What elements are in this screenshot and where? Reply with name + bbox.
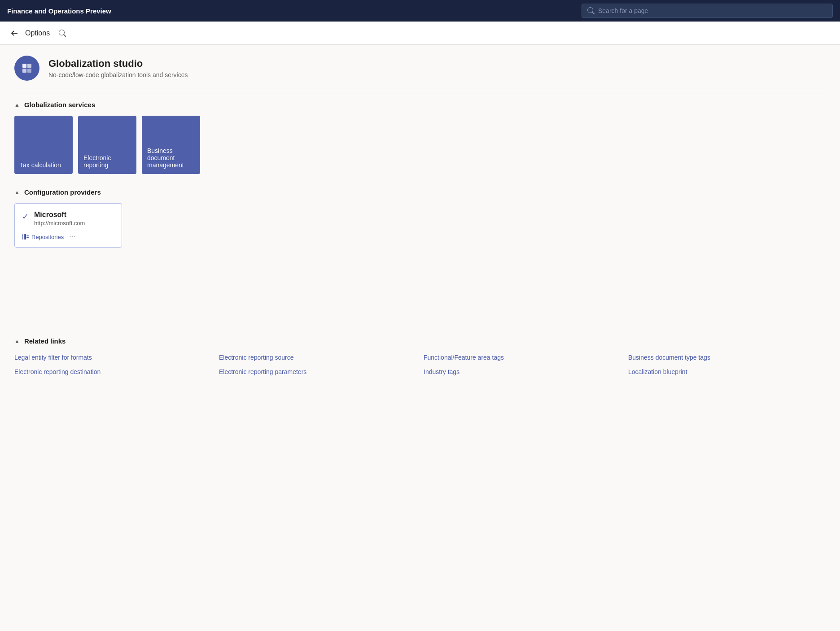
svg-rect-7 bbox=[26, 235, 29, 236]
options-search-icon[interactable] bbox=[59, 30, 66, 37]
repositories-link[interactable]: Repositories bbox=[22, 233, 64, 240]
svg-rect-3 bbox=[27, 69, 31, 73]
business-document-management-tile[interactable]: Business document management bbox=[142, 116, 200, 174]
provider-info: Microsoft http://microsoft.com bbox=[34, 211, 85, 226]
options-label: Options bbox=[25, 29, 50, 37]
repositories-icon bbox=[22, 233, 29, 240]
provider-name: Microsoft bbox=[34, 211, 85, 219]
page-title: Globalization studio bbox=[48, 58, 188, 70]
service-tiles-row: Tax calculation Electronic reporting Bus… bbox=[14, 116, 826, 174]
globalization-services-section: ▲ Globalization services Tax calculation… bbox=[14, 101, 826, 174]
related-link-legal-entity[interactable]: Legal entity filter for formats bbox=[14, 352, 212, 363]
svg-rect-5 bbox=[24, 234, 25, 239]
back-arrow-icon bbox=[11, 30, 18, 37]
page-title-block: Globalization studio No-code/low-code gl… bbox=[48, 58, 188, 78]
chevron-up-icon: ▲ bbox=[14, 102, 20, 108]
back-button[interactable] bbox=[9, 28, 20, 39]
svg-rect-2 bbox=[22, 69, 26, 73]
related-links-grid: Legal entity filter for formats Electron… bbox=[14, 352, 826, 377]
related-link-industry-tags[interactable]: Industry tags bbox=[424, 366, 621, 377]
related-links-section: ▲ Related links Legal entity filter for … bbox=[14, 337, 826, 377]
svg-rect-6 bbox=[25, 234, 26, 239]
page-icon bbox=[14, 56, 39, 81]
repositories-label: Repositories bbox=[31, 234, 64, 240]
globalization-services-title: Globalization services bbox=[24, 101, 95, 109]
svg-rect-0 bbox=[22, 64, 26, 68]
provider-url: http://microsoft.com bbox=[34, 220, 85, 226]
related-link-localization-blueprint[interactable]: Localization blueprint bbox=[628, 366, 826, 377]
configuration-providers-section: ▲ Configuration providers ✓ Microsoft ht… bbox=[14, 188, 826, 248]
options-bar: Options bbox=[0, 22, 840, 45]
electronic-reporting-tile[interactable]: Electronic reporting bbox=[78, 116, 136, 174]
app-title: Finance and Operations Preview bbox=[7, 7, 111, 15]
more-options-button[interactable]: ··· bbox=[67, 232, 77, 242]
related-link-er-source[interactable]: Electronic reporting source bbox=[219, 352, 416, 363]
top-nav: Finance and Operations Preview bbox=[0, 0, 840, 22]
svg-rect-8 bbox=[26, 237, 29, 238]
tax-calculation-tile[interactable]: Tax calculation bbox=[14, 116, 73, 174]
svg-rect-1 bbox=[27, 64, 31, 68]
config-chevron-up-icon: ▲ bbox=[14, 189, 20, 196]
configuration-providers-title: Configuration providers bbox=[24, 188, 101, 196]
search-icon bbox=[587, 7, 595, 14]
related-links-title: Related links bbox=[24, 337, 66, 345]
related-link-functional-tags[interactable]: Functional/Feature area tags bbox=[424, 352, 621, 363]
related-link-bdt-tags[interactable]: Business document type tags bbox=[628, 352, 826, 363]
provider-card: ✓ Microsoft http://microsoft.com Reposit… bbox=[14, 203, 122, 248]
related-link-er-destination[interactable]: Electronic reporting destination bbox=[14, 366, 212, 377]
related-links-header[interactable]: ▲ Related links bbox=[14, 337, 826, 345]
page-header: Globalization studio No-code/low-code gl… bbox=[14, 56, 826, 90]
page-subtitle: No-code/low-code globalization tools and… bbox=[48, 71, 188, 78]
provider-actions: Repositories ··· bbox=[22, 232, 114, 242]
related-chevron-up-icon: ▲ bbox=[14, 338, 20, 344]
configuration-providers-header[interactable]: ▲ Configuration providers bbox=[14, 188, 826, 196]
related-link-er-parameters[interactable]: Electronic reporting parameters bbox=[219, 366, 416, 377]
provider-checkmark-icon: ✓ bbox=[22, 212, 29, 222]
search-input[interactable] bbox=[598, 7, 827, 14]
global-search-bar[interactable] bbox=[582, 4, 833, 18]
svg-rect-4 bbox=[22, 234, 23, 239]
main-content: Globalization studio No-code/low-code gl… bbox=[0, 45, 840, 631]
provider-header: ✓ Microsoft http://microsoft.com bbox=[22, 211, 114, 226]
globalization-services-header[interactable]: ▲ Globalization services bbox=[14, 101, 826, 109]
globe-cube-icon bbox=[21, 62, 33, 74]
